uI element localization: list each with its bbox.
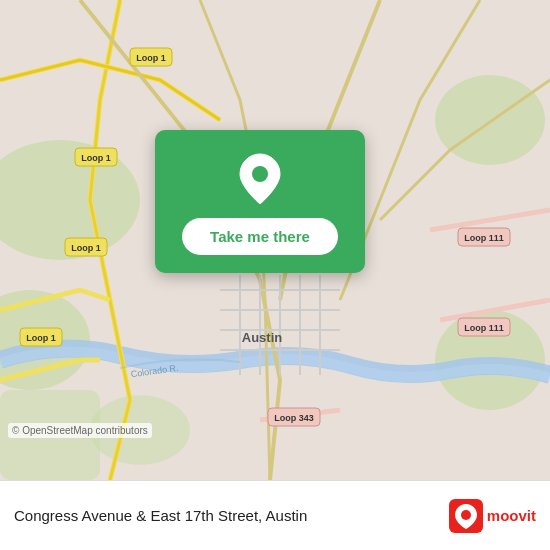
svg-text:Loop 111: Loop 111 xyxy=(464,323,504,333)
moovit-brand-text: moovit xyxy=(487,507,536,524)
action-card: Take me there xyxy=(155,130,365,273)
moovit-icon xyxy=(449,499,483,533)
svg-text:Loop 1: Loop 1 xyxy=(136,53,166,63)
svg-point-32 xyxy=(252,166,268,182)
svg-text:Loop 343: Loop 343 xyxy=(274,413,314,423)
svg-point-3 xyxy=(435,75,545,165)
map-container: Loop 1 Loop 1 Loop 1 Loop 1 Loop 111 Loo… xyxy=(0,0,550,480)
address-label: Congress Avenue & East 17th Street, Aust… xyxy=(14,507,449,524)
map-attribution: © OpenStreetMap contributors xyxy=(8,423,152,438)
bottom-bar: Congress Avenue & East 17th Street, Aust… xyxy=(0,480,550,550)
take-me-there-button[interactable]: Take me there xyxy=(182,218,338,255)
moovit-logo: moovit xyxy=(449,499,536,533)
svg-text:Loop 111: Loop 111 xyxy=(464,233,504,243)
svg-text:Loop 1: Loop 1 xyxy=(71,243,101,253)
location-pin-icon xyxy=(237,152,283,206)
svg-text:Loop 1: Loop 1 xyxy=(81,153,111,163)
svg-point-34 xyxy=(461,510,471,520)
svg-text:Austin: Austin xyxy=(242,330,283,345)
svg-text:Loop 1: Loop 1 xyxy=(26,333,56,343)
